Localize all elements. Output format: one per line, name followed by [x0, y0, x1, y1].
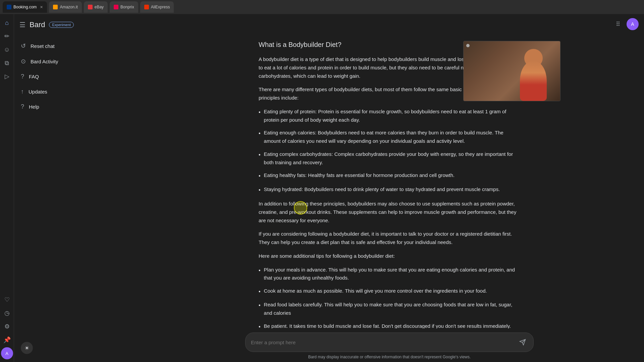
bullet-list-1: Eating plenty of protein: Protein is ess… [259, 108, 520, 194]
sidebar-item-faq[interactable]: ? FAQ [14, 69, 131, 84]
layers-icon-btn[interactable]: ⧉ [1, 57, 13, 69]
pencil-icon-btn[interactable]: ✏ [1, 30, 13, 42]
sidebar-nav: ↺ Reset chat ⊙ Bard Activity ? FAQ ↑ Upd… [14, 36, 135, 117]
list-item: Staying hydrated: Bodybuilders need to d… [259, 185, 520, 194]
amazon-tab-label: Amazon.it [60, 5, 77, 9]
grid-icon-btn[interactable]: ⠿ [612, 18, 624, 30]
input-area: Bard may display inaccurate or offensive… [135, 328, 644, 362]
ebay-favicon [88, 5, 93, 9]
app-container: ⌂ ✏ ☺ ⧉ ▷ ♡ ◷ ⚙ 📌 A ☰ Bard Experiment ↺ … [0, 14, 644, 362]
sidebar-header: ☰ Bard Experiment [14, 14, 135, 36]
video-inner [464, 41, 560, 101]
booking-favicon [7, 5, 11, 9]
help-icon: ? [21, 103, 24, 110]
reset-chat-label: Reset chat [31, 43, 55, 49]
sidebar-icon-strip: ⌂ ✏ ☺ ⧉ ▷ ♡ ◷ ⚙ 📌 A [0, 14, 14, 362]
tab-booking[interactable]: Booking.com ✕ [3, 1, 47, 13]
tab-amazon[interactable]: Amazon.it [49, 1, 82, 13]
content-area: ⠿ A What is a Bodybuilder Diet? A bodybu… [135, 14, 644, 362]
bard-activity-icon: ⊙ [21, 58, 26, 65]
avatar-sidebar-btn[interactable]: A [1, 347, 13, 359]
user-avatar-btn[interactable]: A [627, 18, 639, 30]
bard-logo: Bard [30, 20, 45, 29]
sidebar-item-updates[interactable]: ↑ Updates [14, 84, 131, 99]
aliexpress-favicon [144, 5, 149, 9]
bard-activity-label: Bard Activity [31, 59, 58, 64]
clock-icon-btn[interactable]: ◷ [1, 307, 13, 319]
sidebar-item-reset-chat[interactable]: ↺ Reset chat [14, 38, 131, 54]
faq-label: FAQ [29, 74, 39, 79]
paragraph-5: Here are some additional tips for follow… [259, 252, 520, 260]
chat-inner: What is a Bodybuilder Diet? A bodybuilde… [245, 41, 534, 322]
list-item: Eating plenty of protein: Protein is ess… [259, 108, 520, 124]
paragraph-4: If you are considering following a bodyb… [259, 230, 520, 247]
list-item: Eating complex carbohydrates: Complex ca… [259, 150, 520, 167]
sidebar-item-bard-activity[interactable]: ⊙ Bard Activity [14, 54, 131, 69]
list-item: Read food labels carefully. This will he… [259, 301, 520, 317]
reset-chat-icon: ↺ [21, 42, 26, 50]
disclaimer-text: Bard may display inaccurate or offensive… [308, 355, 471, 359]
heart-icon-btn[interactable]: ♡ [1, 294, 13, 306]
sidebar-bottom: ☀ [14, 338, 135, 362]
bonprix-favicon [114, 5, 118, 9]
amazon-favicon [53, 5, 58, 9]
video-overlay [463, 41, 560, 101]
send-button[interactable] [517, 337, 528, 348]
video-dot [466, 44, 470, 47]
list-item: Eating enough calories: Bodybuilders nee… [259, 129, 520, 145]
tab-aliexpress[interactable]: AliExpress [140, 1, 174, 13]
experiment-badge: Experiment [49, 22, 74, 28]
updates-label: Updates [29, 89, 47, 95]
tab-ebay[interactable]: eBay [84, 1, 108, 13]
ebay-tab-label: eBay [95, 5, 104, 9]
faq-icon: ? [21, 73, 24, 80]
dark-mode-toggle[interactable]: ☀ [21, 342, 33, 354]
list-item: Be patient. It takes time to build muscl… [259, 322, 520, 328]
paragraph-3: In addition to following these principle… [259, 200, 520, 225]
play-icon-btn[interactable]: ▷ [1, 70, 13, 82]
bonprix-tab-label: Bonprix [120, 5, 134, 9]
tab-bonprix[interactable]: Bonprix [110, 1, 138, 13]
bullet-list-2: Plan your meals in advance. This will he… [259, 266, 520, 328]
face-icon-btn[interactable]: ☺ [1, 44, 13, 56]
aliexpress-tab-label: AliExpress [151, 5, 170, 9]
sidebar-item-help[interactable]: ? Help [14, 99, 131, 114]
browser-bar: Booking.com ✕ Amazon.it eBay Bonprix Ali… [0, 0, 644, 14]
hamburger-icon[interactable]: ☰ [19, 21, 25, 29]
list-item: Cook at home as much as possible. This w… [259, 287, 520, 296]
booking-tab-close[interactable]: ✕ [40, 5, 43, 9]
chat-content[interactable]: What is a Bodybuilder Diet? A bodybuilde… [135, 14, 644, 328]
pin-icon-btn[interactable]: 📌 [1, 334, 13, 346]
updates-icon: ↑ [21, 88, 24, 95]
video-person-body [520, 61, 547, 101]
list-item: Eating healthy fats: Healthy fats are es… [259, 171, 520, 180]
list-item: Plan your meals in advance. This will he… [259, 266, 520, 283]
settings-icon-btn[interactable]: ⚙ [1, 320, 13, 333]
sidebar: ☰ Bard Experiment ↺ Reset chat ⊙ Bard Ac… [14, 14, 135, 362]
help-label: Help [29, 104, 39, 110]
prompt-input-wrapper[interactable] [245, 333, 534, 352]
prompt-input[interactable] [251, 340, 517, 345]
top-header: ⠿ A [606, 14, 644, 34]
home-icon-btn[interactable]: ⌂ [1, 17, 13, 29]
booking-tab-label: Booking.com [13, 5, 37, 9]
